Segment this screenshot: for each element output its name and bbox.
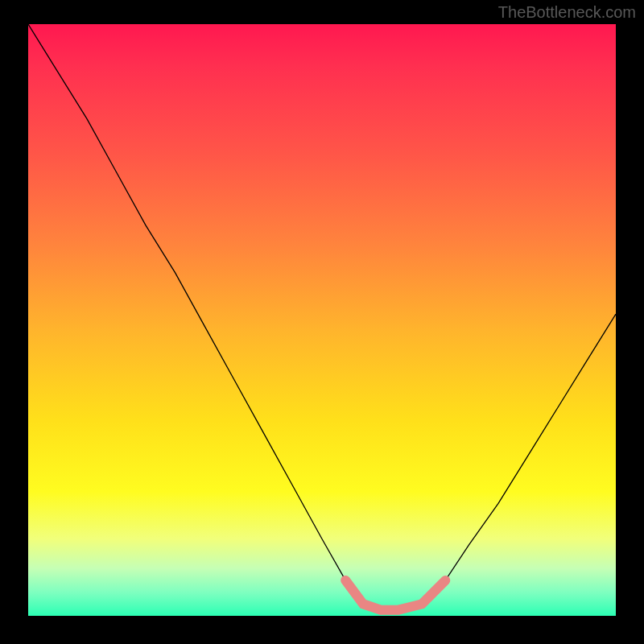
highlight-band [345,580,445,610]
chart-svg [28,24,616,616]
watermark-label: TheBottleneck.com [498,3,636,22]
bottleneck-curve-line [28,24,616,610]
chart-plot-area [28,24,616,616]
